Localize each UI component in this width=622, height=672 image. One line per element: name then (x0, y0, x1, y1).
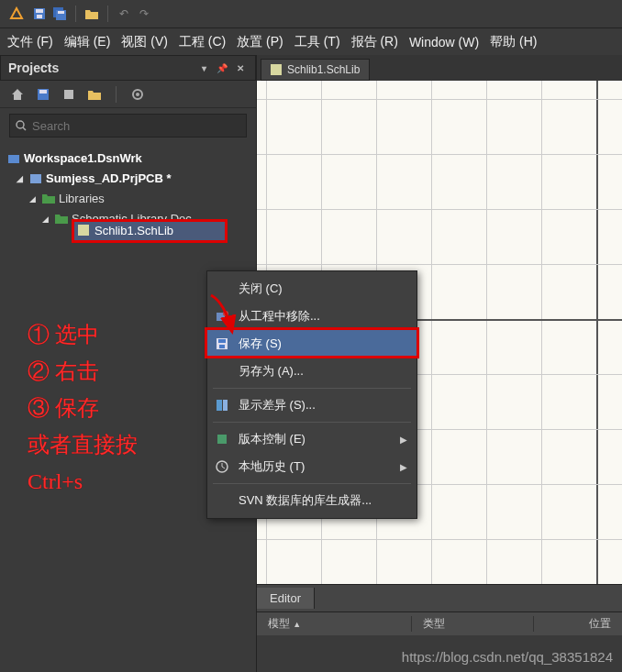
save-icon (215, 337, 229, 350)
caret-down-icon[interactable]: ◢ (29, 189, 39, 209)
undo-icon[interactable]: ↶ (116, 6, 132, 22)
menu-report[interactable]: 报告 (R) (351, 34, 398, 50)
panel-gear-icon[interactable] (129, 86, 146, 103)
panel-folder-icon[interactable] (86, 86, 103, 103)
svg-rect-15 (78, 225, 89, 236)
history-icon (215, 460, 229, 473)
search-box[interactable] (9, 114, 247, 138)
schlib-file-icon (78, 225, 91, 237)
svg-rect-20 (218, 339, 226, 343)
svg-rect-2 (37, 15, 42, 18)
ctx-show-diff[interactable]: 显示差异 (S)... (207, 391, 417, 419)
ctx-svn-generator[interactable]: SVN 数据库的库生成器... (207, 487, 417, 514)
submenu-arrow-icon: ▶ (400, 462, 407, 472)
panel-close-icon[interactable]: ✕ (233, 61, 248, 75)
menu-place[interactable]: 放置 (P) (237, 34, 283, 50)
annotation-arrow-icon (206, 293, 243, 339)
redo-icon[interactable]: ↷ (136, 6, 152, 22)
col-position[interactable]: 位置 (534, 616, 622, 632)
main-menu-bar: 文件 (F) 编辑 (E) 视图 (V) 工程 (C) 放置 (P) 工具 (T… (0, 28, 622, 55)
editor-table-header: 模型 ▲ 类型 位置 (257, 611, 622, 635)
panel-home-icon[interactable] (9, 86, 26, 103)
panel-toolbar (0, 81, 256, 108)
save-single-icon[interactable] (31, 6, 48, 22)
svg-rect-7 (39, 90, 47, 94)
panel-pin-icon[interactable]: 📌 (215, 61, 229, 75)
caret-down-icon[interactable]: ◢ (17, 169, 26, 189)
ctx-version-control[interactable]: 版本控制 (E) ▶ (207, 425, 417, 453)
ctx-local-history[interactable]: 本地历史 (T) ▶ (207, 453, 417, 480)
submenu-arrow-icon: ▶ (400, 435, 407, 445)
search-icon (16, 120, 27, 131)
menu-view[interactable]: 视图 (V) (121, 34, 168, 50)
menu-tools[interactable]: 工具 (T) (294, 34, 340, 50)
app-logo-icon (6, 6, 28, 21)
toolbar-divider (75, 6, 76, 22)
folder-icon (42, 193, 55, 205)
panel-title-text: Projects (8, 61, 59, 75)
editor-footer-tabs: Editor (257, 584, 622, 611)
menu-project[interactable]: 工程 (C) (179, 34, 226, 50)
svg-rect-8 (64, 90, 73, 99)
caret-down-icon[interactable]: ◢ (42, 209, 51, 229)
svg-rect-24 (217, 435, 227, 444)
svg-rect-23 (223, 400, 228, 411)
menu-window[interactable]: Window (W) (409, 35, 479, 50)
svg-rect-1 (36, 9, 43, 13)
tree-folder-libraries[interactable]: ◢ Libraries (4, 189, 252, 209)
menu-edit[interactable]: 编辑 (E) (64, 34, 111, 50)
svg-rect-14 (30, 174, 41, 183)
doc-tab-schlib[interactable]: Schlib1.SchLib (261, 59, 370, 81)
tree-project[interactable]: ◢ Sumjess_AD.PrjPCB * (4, 169, 252, 189)
svg-rect-5 (58, 11, 64, 14)
project-tree: Workspace1.DsnWrk ◢ Sumjess_AD.PrjPCB * … (0, 143, 256, 235)
panel-dropdown-icon[interactable]: ▾ (196, 61, 211, 75)
panel-compile-icon[interactable] (61, 86, 77, 103)
editor-tab[interactable]: Editor (257, 588, 315, 609)
ctx-separator (213, 483, 411, 484)
workspace-icon (7, 152, 20, 165)
sort-asc-icon: ▲ (293, 620, 301, 629)
save-all-icon[interactable] (51, 6, 68, 22)
project-icon (29, 172, 42, 185)
panel-title-bar: Projects ▾ 📌 ✕ (0, 55, 256, 81)
folder-icon (55, 213, 68, 226)
ctx-save-as[interactable]: 另存为 (A)... (207, 358, 417, 385)
svg-rect-16 (271, 64, 282, 75)
document-tabs: Schlib1.SchLib (257, 55, 622, 81)
col-type[interactable]: 类型 (412, 616, 534, 632)
svg-rect-22 (217, 400, 222, 411)
diff-icon (215, 399, 229, 412)
top-toolbar: ↶ ↷ (0, 0, 622, 28)
menu-help[interactable]: 帮助 (H) (490, 34, 537, 50)
col-model[interactable]: 模型 ▲ (257, 616, 412, 632)
svg-point-10 (136, 93, 139, 96)
svg-point-11 (17, 121, 24, 128)
menu-file[interactable]: 文件 (F) (7, 34, 53, 50)
toolbar-divider (107, 6, 108, 22)
open-folder-icon[interactable] (83, 6, 100, 22)
panel-save-icon[interactable] (35, 86, 51, 103)
svg-rect-21 (219, 345, 225, 348)
annotation-overlay: ① 选中 ② 右击 ③ 保存 或者直接按 Ctrl+s (28, 316, 138, 500)
svg-rect-13 (8, 155, 19, 163)
watermark-text: https://blog.csdn.net/qq_38351824 (402, 649, 613, 665)
vcs-icon (215, 433, 229, 446)
ctx-separator (213, 422, 411, 423)
search-input[interactable] (32, 119, 240, 133)
ctx-separator (213, 388, 411, 389)
tree-workspace[interactable]: Workspace1.DsnWrk (4, 149, 252, 169)
schlib-file-icon (271, 64, 282, 75)
tree-file-schlib-selected[interactable]: Schlib1.SchLib (72, 219, 228, 243)
svg-line-12 (23, 127, 26, 130)
